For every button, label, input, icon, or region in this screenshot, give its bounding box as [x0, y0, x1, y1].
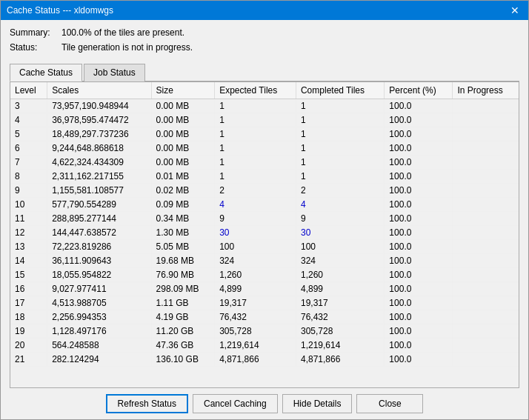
table-cell: 1: [296, 156, 384, 170]
table-cell: 1.30 MB: [151, 226, 215, 240]
col-scales: Scales: [47, 82, 151, 99]
table-cell: 0.02 MB: [151, 184, 215, 198]
table-cell: 1,260: [215, 268, 296, 282]
table-cell: 5: [10, 127, 47, 141]
table-cell: [453, 141, 519, 156]
col-expected: Expected Tiles: [215, 82, 296, 99]
summary-label: Summary:: [10, 27, 61, 38]
table-cell: 12: [10, 226, 47, 240]
table-cell: 2: [215, 184, 296, 198]
title-bar: Cache Status --- xldomwgs ✕: [1, 1, 528, 20]
table-cell: 6: [10, 141, 47, 156]
close-button[interactable]: Close: [356, 394, 423, 413]
table-cell: 47.36 GB: [151, 339, 215, 353]
table-cell: 0.00 MB: [151, 113, 215, 127]
table-cell: [453, 339, 519, 353]
tab-cache-status[interactable]: Cache Status: [10, 64, 82, 81]
table-cell: 4,899: [296, 282, 384, 296]
table-cell: 1,219,614: [296, 339, 384, 353]
table-cell: 5.05 MB: [151, 240, 215, 254]
close-window-button[interactable]: ✕: [508, 5, 522, 16]
table-cell: 19,317: [296, 296, 384, 310]
table-cell: 100.0: [385, 184, 453, 198]
table-cell: 1: [215, 127, 296, 141]
table-cell: 1: [296, 113, 384, 127]
table-cell: 4,899: [215, 282, 296, 296]
refresh-status-button[interactable]: Refresh Status: [106, 394, 188, 413]
table-cell: 0.00 MB: [151, 99, 215, 113]
table-cell: 100.0: [385, 254, 453, 268]
table-cell: [453, 324, 519, 339]
table-cell: 36,111.909643: [47, 254, 151, 268]
table-cell: 76,432: [296, 310, 384, 324]
table-row: 174,513.9887051.11 GB19,31719,317100.0: [10, 296, 519, 310]
table-row: 1436,111.90964319.68 MB324324100.0: [10, 254, 519, 268]
col-level: Level: [10, 82, 47, 99]
table-row: 12144,447.6385721.30 MB3030100.0: [10, 226, 519, 240]
table-row: 1518,055.95482276.90 MB1,2601,260100.0: [10, 268, 519, 282]
table-cell: [453, 254, 519, 268]
table-cell: 15: [10, 268, 47, 282]
table-header-row: Level Scales Size Expected Tiles Complet…: [10, 82, 519, 99]
summary-row: Summary: 100.0% of the tiles are present…: [10, 27, 519, 38]
table-cell: 14: [10, 254, 47, 268]
table-cell: [453, 127, 519, 141]
table-row: 91,155,581.1085770.02 MB22100.0: [10, 184, 519, 198]
table-cell: 100.0: [385, 282, 453, 296]
tab-job-status[interactable]: Job Status: [84, 64, 145, 81]
table-cell: [453, 226, 519, 240]
table-row: 169,027.977411298.09 MB4,8994,899100.0: [10, 282, 519, 296]
table-cell: 2,311,162.217155: [47, 170, 151, 184]
col-completed: Completed Tiles: [296, 82, 384, 99]
summary-value: 100.0% of the tiles are present.: [61, 27, 184, 38]
table-container: Level Scales Size Expected Tiles Complet…: [10, 81, 519, 388]
table-cell: 282.124294: [47, 353, 151, 367]
table-cell: 1: [215, 170, 296, 184]
table-cell: 4: [10, 113, 47, 127]
table-cell: [453, 268, 519, 282]
table-cell: 30: [296, 226, 384, 240]
table-cell: 100.0: [385, 353, 453, 367]
table-cell: 100.0: [385, 170, 453, 184]
col-percent: Percent (%): [385, 82, 453, 99]
table-row: 182,256.9943534.19 GB76,43276,432100.0: [10, 310, 519, 324]
table-cell: [453, 184, 519, 198]
table-cell: 1: [215, 99, 296, 113]
table-cell: 4,871,866: [215, 353, 296, 367]
table-cell: 100.0: [385, 339, 453, 353]
table-cell: 298.09 MB: [151, 282, 215, 296]
table-cell: 9,244,648.868618: [47, 141, 151, 156]
table-cell: 4: [215, 198, 296, 212]
table-cell: 288,895.277144: [47, 212, 151, 226]
table-cell: 1,155,581.108577: [47, 184, 151, 198]
table-cell: 11: [10, 212, 47, 226]
table-row: 10577,790.5542890.09 MB44100.0: [10, 198, 519, 212]
table-cell: 8: [10, 170, 47, 184]
table-cell: 11.20 GB: [151, 324, 215, 339]
table-scroll-area[interactable]: Level Scales Size Expected Tiles Complet…: [10, 82, 519, 387]
table-cell: 100: [296, 240, 384, 254]
table-cell: 1.11 GB: [151, 296, 215, 310]
table-cell: 1,260: [296, 268, 384, 282]
table-cell: 18: [10, 310, 47, 324]
table-cell: 9: [10, 184, 47, 198]
window-title: Cache Status --- xldomwgs: [7, 5, 113, 16]
table-cell: [453, 353, 519, 367]
hide-details-button[interactable]: Hide Details: [282, 394, 353, 413]
table-cell: 1: [215, 113, 296, 127]
status-row: Status: Tile generation is not in progre…: [10, 42, 519, 53]
table-cell: 72,223.819286: [47, 240, 151, 254]
table-cell: 4.19 GB: [151, 310, 215, 324]
table-cell: 73,957,190.948944: [47, 99, 151, 113]
table-cell: [453, 170, 519, 184]
table-cell: [453, 99, 519, 113]
table-cell: 36,978,595.474472: [47, 113, 151, 127]
table-cell: 144,447.638572: [47, 226, 151, 240]
cancel-caching-button[interactable]: Cancel Caching: [193, 394, 278, 413]
table-cell: 1,219,614: [215, 339, 296, 353]
table-cell: 9: [215, 212, 296, 226]
table-cell: 100.0: [385, 324, 453, 339]
table-cell: 4: [296, 198, 384, 212]
table-cell: 100.0: [385, 226, 453, 240]
table-cell: 2,256.994353: [47, 310, 151, 324]
